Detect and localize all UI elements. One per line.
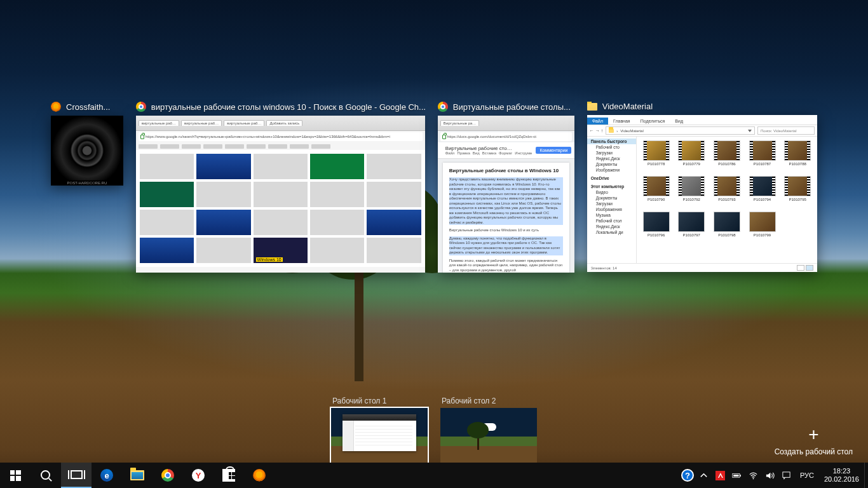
volume-icon: [765, 471, 775, 480]
chrome-tabstrip: виртуальные раб…виртуальные раб…виртуаль…: [136, 116, 425, 131]
taskview-window-chrome-search[interactable]: виртуальные рабочие столы windows 10 - П…: [136, 102, 425, 273]
task-view-button[interactable]: [61, 463, 92, 488]
tray-avira[interactable]: [712, 463, 729, 488]
explorer-search: Поиск: VideoMaterial: [757, 126, 815, 135]
svg-rect-4: [783, 471, 790, 477]
taskview-window-explorer[interactable]: VideoMaterial Файл Главная Поделиться Ви…: [587, 102, 817, 272]
action-center-icon: [782, 471, 791, 480]
window-title: Виртуальные рабочие столы...: [453, 102, 571, 112]
tray-help[interactable]: ?: [679, 463, 696, 488]
taskbar-app-edge[interactable]: [92, 463, 122, 488]
chrome-icon: [136, 102, 146, 112]
chrome-address-bar: https://docs.google.com/document/d/1cdQZ…: [440, 132, 572, 141]
window-title: Crossfaith...: [66, 102, 110, 112]
language-indicator[interactable]: РУС: [795, 463, 819, 488]
taskbar-app-chrome[interactable]: [153, 463, 183, 488]
taskbar-app-yandex[interactable]: Y: [183, 463, 214, 488]
chrome-icon: [161, 469, 174, 482]
folder-icon: [587, 103, 597, 111]
window-title: виртуальные рабочие столы windows 10 - П…: [151, 102, 425, 112]
aimp-footer-text: POST-HARDCORE.RU: [51, 180, 123, 186]
taskview-window-aimp[interactable]: Crossfaith... POST-HARDCORE.RU: [51, 102, 123, 186]
svg-rect-2: [734, 475, 739, 477]
window-title: VideoMaterial: [602, 102, 653, 111]
chrome-icon: [438, 102, 448, 112]
docs-page: Виртуальные рабочие столы в Windows 10 Х…: [443, 163, 569, 273]
file-explorer-icon: [130, 470, 144, 480]
taskbar-app-store[interactable]: [214, 463, 244, 488]
windows-store-icon: [222, 469, 235, 482]
lock-icon: [140, 135, 144, 139]
windows-icon: [10, 470, 21, 481]
svg-point-3: [753, 478, 754, 479]
explorer-address-bar: ← → ↑ › VideoMaterial Поиск: VideoMateri…: [587, 125, 817, 137]
explorer-ribbon: Файл Главная Поделиться Вид: [587, 115, 817, 125]
tray-battery[interactable]: [729, 463, 745, 488]
aimp-icon: [253, 469, 266, 482]
plus-icon: +: [808, 426, 818, 444]
yandex-browser-icon: Y: [192, 469, 205, 482]
wifi-icon: [749, 471, 758, 480]
chrome-bookmarks-bar: [136, 142, 425, 150]
task-view-icon: [71, 470, 83, 479]
tray-overflow[interactable]: [696, 463, 712, 488]
virtual-desktop-1[interactable]: Рабочий стол 1: [331, 396, 428, 463]
docs-share-button: Комментарии: [536, 147, 571, 154]
tray-network[interactable]: [745, 463, 762, 488]
tray-notifications[interactable]: [778, 463, 795, 488]
taskbar-app-explorer[interactable]: [122, 463, 153, 488]
folder-icon: [609, 129, 614, 133]
aimp-icon: [51, 102, 61, 112]
new-virtual-desktop-button[interactable]: + Создать рабочий стол: [775, 426, 853, 456]
docs-title: Виртуальные рабочие сто…: [445, 146, 532, 151]
show-desktop-button[interactable]: [864, 463, 868, 488]
chevron-down-icon: [748, 130, 752, 132]
virtual-desktops-bar: Рабочий стол 1 Рабочий стол 2: [0, 390, 868, 463]
taskview-window-chrome-docs[interactable]: Виртуальные рабочие столы... Виртуальные…: [438, 102, 574, 273]
edge-icon: [100, 469, 113, 482]
google-images-grid: [136, 150, 425, 267]
battery-icon: [732, 471, 742, 480]
chevron-up-icon: [699, 471, 709, 480]
avira-icon: [715, 471, 725, 480]
search-icon: [41, 470, 51, 481]
explorer-nav-pane: Панель быстрого Рабочий сто Загрузки Янд…: [587, 137, 637, 263]
explorer-file-grid: P1010778 P1010779 P1010786 P1010787 P101…: [637, 137, 817, 263]
explorer-status-bar: Элементов: 14: [587, 263, 817, 272]
chrome-tabstrip: Виртуальные ра…: [438, 116, 574, 131]
search-button[interactable]: [31, 463, 61, 488]
help-icon: ?: [681, 469, 694, 482]
task-view-area: Crossfaith... POST-HARDCORE.RU виртуальн…: [0, 102, 868, 273]
start-button[interactable]: [0, 463, 31, 488]
tray-volume[interactable]: [762, 463, 778, 488]
taskbar: Y ? РУС 18:23 20.02.2016: [0, 463, 868, 488]
docs-header: Виртуальные рабочие сто… ФайлПравкаВидВс…: [438, 142, 574, 159]
lock-icon: [442, 135, 446, 139]
taskbar-clock[interactable]: 18:23 20.02.2016: [819, 463, 864, 488]
svg-rect-1: [740, 475, 742, 477]
taskbar-app-aimp[interactable]: [244, 463, 275, 488]
chrome-address-bar: https://www.google.ru/search?q=виртуальн…: [139, 132, 423, 141]
virtual-desktop-2[interactable]: Рабочий стол 2: [440, 396, 537, 463]
